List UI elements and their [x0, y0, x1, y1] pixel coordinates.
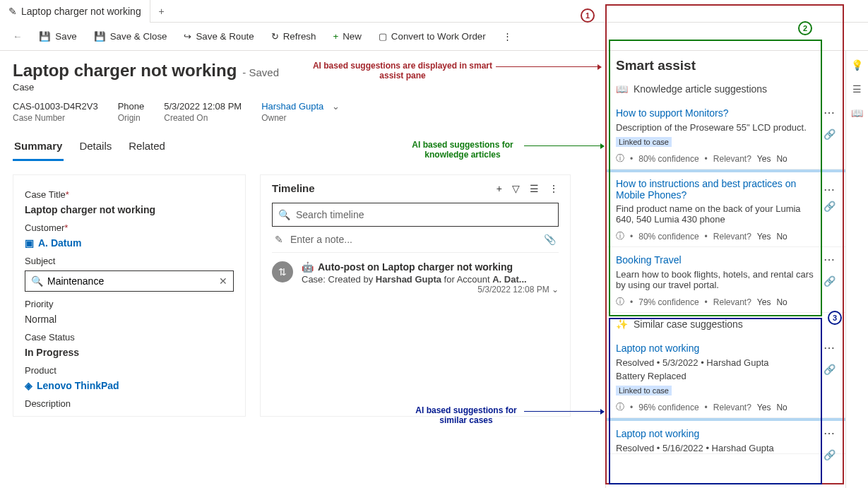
bot-icon: 🤖 — [302, 261, 314, 273]
plus-icon: + — [333, 31, 338, 42]
tab-related[interactable]: Related — [127, 136, 167, 161]
clear-icon[interactable]: ✕ — [219, 275, 227, 287]
annotation-arrow-1 — [496, 66, 600, 67]
autopost-icon: ⇅ — [272, 261, 293, 282]
subject-lookup[interactable]: 🔍 ✕ — [25, 270, 234, 292]
timeline-search[interactable]: 🔍 Search timeline — [272, 203, 559, 227]
page-title: Laptop charger not working — [13, 61, 237, 81]
relevant-no[interactable]: No — [776, 403, 787, 412]
case-number: CAS-01003-D4R2V3 — [13, 101, 98, 112]
case-title-label: Case Title — [25, 189, 66, 200]
link-action-icon[interactable]: 🔗 — [824, 275, 836, 287]
product-label: Product — [25, 365, 234, 376]
relevant-yes[interactable]: Yes — [757, 154, 771, 164]
overflow-button[interactable]: ⋮ — [496, 27, 519, 46]
search-icon: 🔍 — [31, 275, 43, 287]
origin-label: Origin — [118, 113, 145, 123]
subject-input[interactable] — [47, 275, 219, 287]
priority-field[interactable]: Normal — [25, 314, 234, 325]
save-close-button[interactable]: 💾Save & Close — [87, 27, 174, 46]
annotation-arrow-3 — [524, 411, 603, 412]
status-field[interactable]: In Progress — [25, 347, 234, 358]
timeline-title: Timeline — [272, 182, 315, 194]
timeline-item-title[interactable]: Auto-post on Laptop charger not working — [318, 261, 513, 273]
book-icon[interactable]: 📖 — [851, 107, 863, 119]
product-lookup[interactable]: ◈Lenovo ThinkPad — [25, 380, 234, 391]
saved-indicator: - Saved — [242, 66, 279, 78]
filter-icon[interactable]: ▽ — [512, 183, 520, 194]
case-number-label: Case Number — [13, 113, 98, 123]
sort-icon[interactable]: ☰ — [530, 183, 539, 194]
info-icon[interactable]: ⓘ — [616, 296, 624, 308]
subject-label: Subject — [25, 256, 234, 266]
origin-value: Phone — [118, 101, 145, 112]
suggestion-overflow[interactable]: ⋯ — [824, 106, 836, 119]
annotation-text-1: AI based suggestions are displayed in sm… — [311, 61, 494, 81]
attach-icon[interactable]: 📎 — [544, 234, 556, 245]
entity-label: Case — [13, 82, 593, 93]
chevron-down-icon[interactable]: ⌄ — [552, 285, 559, 294]
search-icon: 🔍 — [278, 209, 290, 220]
pencil-icon: ✎ — [275, 234, 283, 245]
created-value: 5/3/2022 12:08 PM — [164, 101, 242, 112]
description-label: Description — [25, 398, 234, 409]
note-input[interactable]: ✎ Enter a note... 📎 — [272, 227, 559, 253]
tab-details[interactable]: Details — [78, 136, 113, 161]
relevant-yes[interactable]: Yes — [757, 403, 771, 412]
save-button[interactable]: 💾Save — [32, 27, 83, 46]
list-icon[interactable]: ☰ — [852, 83, 862, 95]
similar-case-suggestion[interactable]: Laptop not working⋯ Resolved • 5/16/2022… — [606, 421, 845, 454]
book-icon: 📖 — [616, 83, 628, 95]
annotation-marker-1: 1 — [581, 8, 595, 23]
annotation-text-3: AI based suggestions for similar cases — [410, 405, 523, 425]
suggestion-overflow[interactable]: ⋯ — [824, 183, 836, 196]
case-title-field[interactable]: Laptop charger not working — [25, 204, 234, 215]
knowledge-article-suggestion[interactable]: Booking Travel⋯ Learn how to book flight… — [606, 247, 845, 313]
customer-lookup[interactable]: ▣A. Datum — [25, 237, 234, 249]
priority-label: Priority — [25, 299, 234, 309]
chevron-down-icon[interactable]: ⌄ — [332, 101, 340, 112]
back-button[interactable]: ← — [6, 27, 29, 46]
relevant-yes[interactable]: Yes — [757, 232, 771, 242]
convert-button[interactable]: ▢Convert to Work Order — [371, 27, 493, 46]
link-action-icon[interactable]: 🔗 — [824, 129, 836, 140]
info-icon[interactable]: ⓘ — [616, 401, 624, 413]
info-icon[interactable]: ⓘ — [616, 153, 624, 165]
product-icon: ◈ — [25, 380, 32, 391]
save-route-button[interactable]: ↪Save & Route — [177, 27, 261, 46]
smart-assist-pane: Smart assist 📖 Knowledge article suggest… — [605, 51, 845, 488]
new-tab-button[interactable]: + — [150, 6, 173, 17]
link-action-icon[interactable]: 🔗 — [824, 201, 836, 212]
relevant-no[interactable]: No — [776, 297, 787, 307]
suggestion-overflow[interactable]: ⋯ — [824, 427, 836, 440]
knowledge-article-suggestion[interactable]: How to support Monitors?⋯ Description of… — [606, 100, 845, 169]
customer-label: Customer — [25, 222, 64, 233]
relevant-yes[interactable]: Yes — [757, 297, 771, 307]
timeline-overflow[interactable]: ⋮ — [549, 183, 559, 194]
relevant-no[interactable]: No — [776, 232, 787, 242]
browser-tab[interactable]: ✎ Laptop charger not working — [0, 0, 150, 23]
timeline-item-date: 5/3/2022 12:08 PM — [477, 285, 549, 294]
similar-case-suggestion[interactable]: Laptop not working⋯ Resolved • 5/3/2022 … — [606, 335, 845, 418]
info-icon[interactable]: ⓘ — [616, 230, 624, 242]
tab-title: Laptop charger not working — [21, 6, 141, 17]
refresh-button[interactable]: ↻Refresh — [264, 27, 323, 46]
new-button[interactable]: +New — [326, 27, 368, 46]
link-action-icon[interactable]: 🔗 — [824, 364, 836, 375]
timeline-item-subtitle: Case: Created by Harshad Gupta for Accou… — [302, 274, 559, 285]
annotation-marker-3: 3 — [828, 311, 842, 325]
linked-badge: Linked to case — [616, 386, 672, 395]
refresh-icon: ↻ — [271, 31, 279, 42]
knowledge-article-suggestion[interactable]: How to instructions and best practices o… — [606, 172, 845, 247]
tab-summary[interactable]: Summary — [13, 136, 64, 161]
suggestion-overflow[interactable]: ⋯ — [824, 341, 836, 355]
owner-link[interactable]: Harshad Gupta — [261, 101, 323, 112]
lightbulb-icon[interactable]: 💡 — [851, 59, 863, 71]
wand-icon: ✨ — [616, 319, 628, 330]
smart-assist-title: Smart assist — [606, 51, 845, 78]
relevant-no[interactable]: No — [776, 154, 787, 164]
link-action-icon[interactable]: 🔗 — [824, 449, 836, 460]
add-timeline-icon[interactable]: + — [497, 183, 502, 194]
suggestion-overflow[interactable]: ⋯ — [824, 253, 836, 266]
linked-badge: Linked to case — [616, 137, 672, 147]
